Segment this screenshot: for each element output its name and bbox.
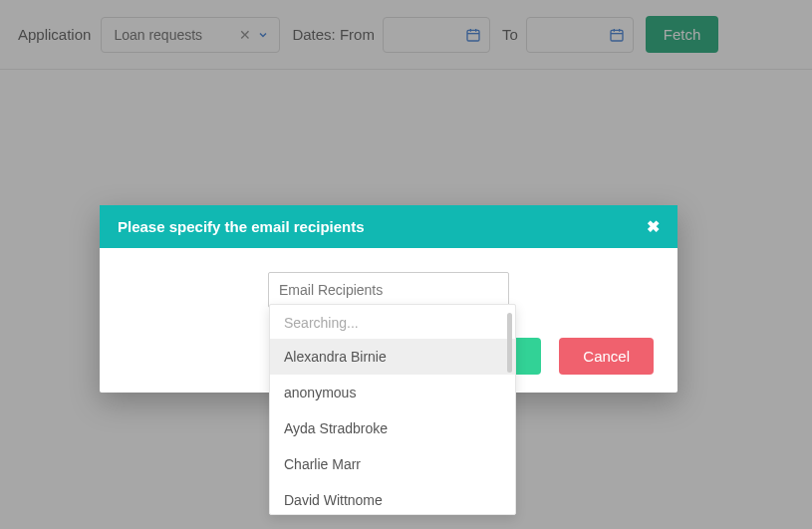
dropdown-status: Searching... [270, 305, 515, 339]
close-icon[interactable]: ✖ [647, 217, 660, 236]
dropdown-item[interactable]: David Wittnome [270, 482, 515, 514]
scrollbar[interactable] [507, 313, 512, 373]
dropdown-item[interactable]: anonymous [270, 375, 515, 410]
cancel-button[interactable]: Cancel [559, 338, 654, 375]
modal-title: Please specify the email recipients [118, 218, 365, 235]
dropdown-item[interactable]: Ayda Stradbroke [270, 410, 515, 446]
dropdown-item[interactable]: Alexandra Birnie [270, 339, 515, 375]
modal-header: Please specify the email recipients ✖ [100, 205, 677, 248]
email-recipients-input[interactable] [268, 272, 509, 308]
recipients-dropdown: Searching... Alexandra BirnieanonymousAy… [269, 304, 516, 515]
dropdown-item[interactable]: Charlie Marr [270, 446, 515, 482]
